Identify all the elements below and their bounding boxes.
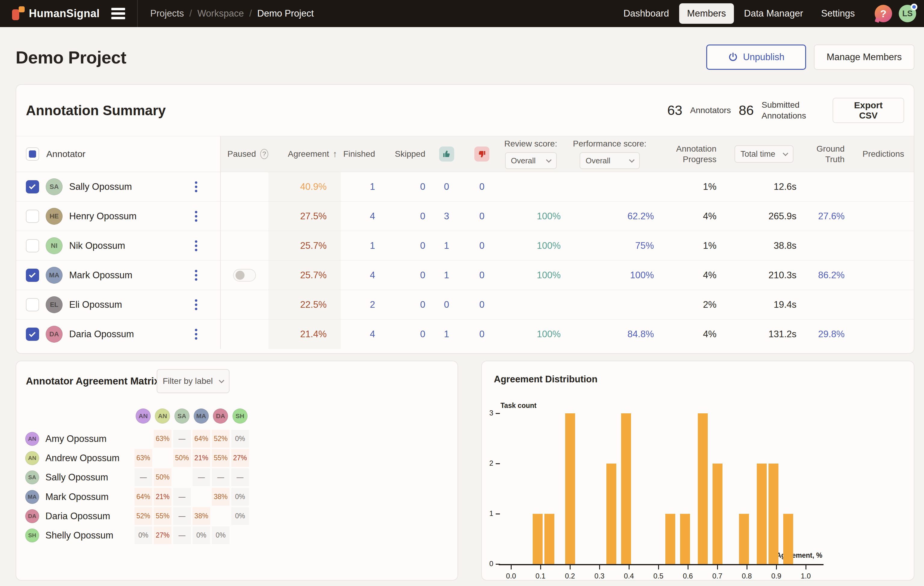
histogram-bar [565,413,575,564]
brand[interactable]: HumanSignal [12,6,100,21]
row-checkbox[interactable] [26,210,39,223]
column-header-annotation-progress[interactable]: Annotation Progress [656,136,719,172]
matrix-row-name: Mark Opossum [45,488,109,506]
x-tick-label: 1.0 [794,572,818,580]
column-header-paused[interactable]: Paused ? [220,136,268,172]
avatar-initials: LS [903,9,913,18]
matrix-cell: 50% [154,469,172,486]
avatar: HE [46,208,63,225]
paused-toggle[interactable] [233,269,256,282]
x-tick-label: 0.0 [499,572,523,580]
column-header-thumbs-down[interactable] [465,136,498,172]
column-header-finished[interactable]: Finished [341,136,378,172]
review-score-cell: 100% [498,231,563,260]
matrix-cell: 0% [212,527,229,544]
thumbs-up-cell: 1 [428,261,465,290]
avatar: MA [46,267,63,284]
matrix-cell: — [134,469,152,486]
nav-item-settings[interactable]: Settings [813,3,863,24]
total-time-cell: 19.4s [719,290,807,319]
column-header-thumbs-up[interactable] [428,136,465,172]
column-header-agreement[interactable]: Agreement ↑ [268,136,341,172]
column-header-predictions[interactable]: Predictions [858,136,914,172]
table-body: SASally Opossum40.9%10001%12.6sHEHenry O… [16,172,914,349]
x-tick-mark [688,565,688,569]
chevron-down-icon [629,157,634,162]
paused-cell [220,231,268,260]
row-checkbox[interactable] [26,328,39,341]
select-all-checkbox[interactable] [26,147,39,161]
annotator-cell: NINik Opossum [16,231,220,260]
matrix-cell: 55% [154,507,172,525]
breadcrumb-item-demo-project[interactable]: Demo Project [257,8,314,19]
matrix-column-avatar: DA [213,409,228,424]
agreement-cell: 27.5% [268,201,341,231]
predictions-cell [858,261,914,290]
total-time-cell: 265.9s [719,201,807,231]
nav-item-data-manager[interactable]: Data Manager [736,3,811,24]
row-menu-icon[interactable] [193,209,199,223]
column-header-annotator[interactable]: Annotator [16,136,220,172]
row-menu-icon[interactable] [193,268,199,282]
agreement-cell: 22.5% [268,290,341,319]
annotator-cell: MAMark Opossum [16,261,220,290]
row-checkbox[interactable] [26,239,39,253]
thumbs-down-cell: 0 [465,172,498,201]
row-menu-icon[interactable] [193,327,199,342]
skipped-cell: 0 [378,201,428,231]
row-menu-icon[interactable] [193,297,199,312]
matrix-cell: — [173,527,191,544]
y-tick-mark [496,413,500,414]
review-score-select[interactable]: Overall [505,152,557,169]
user-avatar[interactable]: LS [899,5,916,22]
x-tick-mark [511,565,512,569]
annotator-cell: DADaria Opossum [16,319,220,349]
unpublish-button[interactable]: Unpublish [706,45,806,70]
matrix-row-avatar: AN [25,451,39,465]
y-tick-mark [496,564,500,565]
help-icon[interactable]: ? [874,5,892,22]
x-tick-mark [717,565,718,569]
hamburger-menu-icon[interactable] [111,8,125,19]
x-tick-label: 0.3 [587,572,612,580]
topbar-divider [137,0,138,27]
row-checkbox[interactable] [26,269,39,282]
breadcrumb-item-workspace[interactable]: Workspace [197,8,244,19]
performance-score-cell: 75% [563,231,656,260]
submitted-label: Submitted Annotations [762,99,822,122]
breadcrumb-item-projects[interactable]: Projects [150,8,184,19]
paused-help-icon[interactable]: ? [260,149,268,159]
finished-cell: 1 [341,172,378,201]
manage-members-button[interactable]: Manage Members [814,45,914,70]
ground-truth-cell: 27.6% [807,201,858,231]
row-checkbox[interactable] [26,180,39,193]
nav-item-members[interactable]: Members [679,3,734,24]
row-menu-icon[interactable] [193,180,199,194]
performance-score-select[interactable]: Overall [579,152,640,169]
row-menu-icon[interactable] [193,239,199,253]
histogram-bar [533,514,543,564]
column-header-performance-score: Performance score: Overall [563,136,656,172]
total-time-cell: 38.8s [719,231,807,260]
breadcrumb: Projects/Workspace/Demo Project [150,8,314,19]
humansignal-logo-icon [12,6,25,21]
annotation-progress-cell: 1% [656,231,719,260]
total-time-select[interactable]: Total time [734,145,794,163]
matrix-cell: 21% [154,488,172,506]
column-header-skipped[interactable]: Skipped [378,136,428,172]
matrix-row-name: Daria Opossum [45,507,110,525]
top-nav: DashboardMembersData ManagerSettings [616,3,863,24]
column-header-ground-truth[interactable]: Ground Truth [807,136,858,172]
performance-score-cell: 100% [563,261,656,290]
agreement-cell: 25.7% [268,261,341,290]
export-csv-button[interactable]: Export CSV [833,98,904,123]
annotation-progress-cell: 4% [656,319,719,349]
thumbs-down-cell: 0 [465,319,498,349]
ground-truth-cell [807,172,858,201]
review-score-cell: 100% [498,319,563,349]
ground-truth-cell: 29.8% [807,319,858,349]
row-checkbox[interactable] [26,298,39,311]
nav-item-dashboard[interactable]: Dashboard [616,3,677,24]
matrix-cell: 52% [134,507,152,525]
predictions-cell [858,319,914,349]
